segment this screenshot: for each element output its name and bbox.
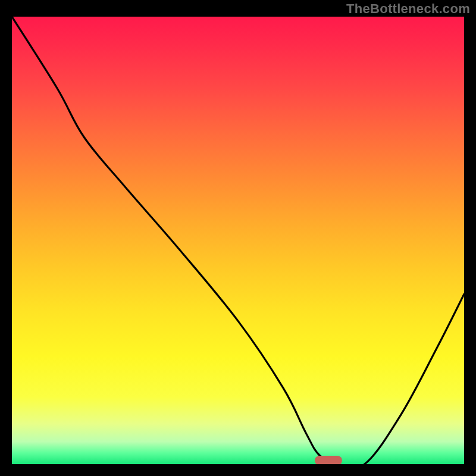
optimal-marker: [315, 456, 342, 464]
plot-area: [12, 17, 464, 464]
chart-container: TheBottleneck.com: [0, 0, 476, 476]
bottleneck-curve: [12, 17, 464, 464]
watermark-text: TheBottleneck.com: [346, 1, 470, 17]
